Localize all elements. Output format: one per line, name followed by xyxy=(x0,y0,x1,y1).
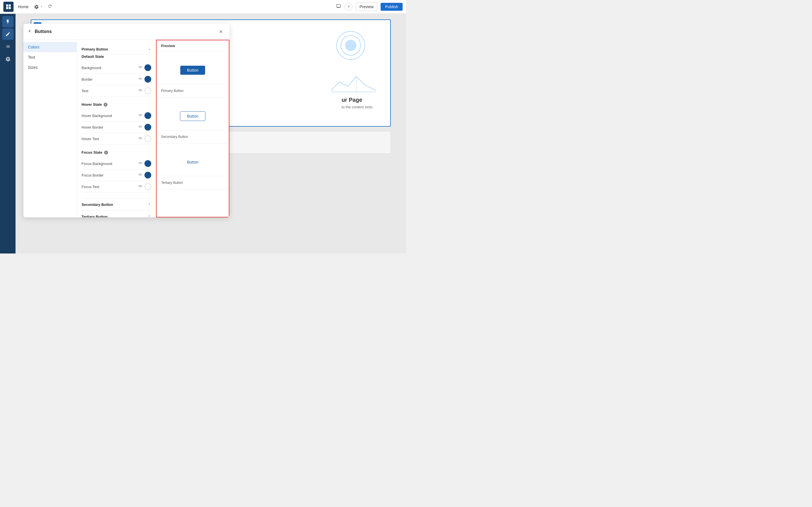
dialog-body: Colors Text Sizes Primary Button xyxy=(23,40,229,217)
nav-item-colors[interactable]: Colors xyxy=(23,42,77,52)
hover-state-section: Hover State i Hover Background xyxy=(82,102,151,145)
hover-info-icon: i xyxy=(104,103,108,107)
preview-secondary-area: Button xyxy=(161,102,224,130)
focus-background-row: Focus Background xyxy=(82,158,151,169)
preview-tertiary-button[interactable]: Button xyxy=(180,158,205,167)
focus-border-label: Focus Border xyxy=(82,173,138,177)
hover-border-label: Hover Border xyxy=(82,125,138,129)
app-logo xyxy=(3,2,13,12)
preview-primary-area: Button xyxy=(161,56,224,84)
svg-rect-2 xyxy=(6,7,8,9)
sidebar-icons xyxy=(0,14,15,253)
page-title: Home xyxy=(18,4,29,9)
dialog-settings: Primary Button Default State Background xyxy=(77,40,156,217)
focus-state-section: Focus State i Focus Background xyxy=(82,150,151,192)
svg-rect-0 xyxy=(6,4,8,7)
focus-border-link-icon[interactable] xyxy=(138,173,142,178)
preview-secondary-section: Button Secondary Button xyxy=(157,98,229,144)
circle-decoration xyxy=(334,29,368,62)
preview-tertiary-area: Button xyxy=(161,148,224,176)
default-state-section: Default State Background Border xyxy=(82,54,151,97)
settings-button[interactable] xyxy=(34,4,43,9)
preview-secondary-label: Secondary Button xyxy=(161,132,224,139)
text-label: Text xyxy=(82,89,138,93)
publish-button[interactable]: Publish xyxy=(381,3,402,11)
preview-primary-button[interactable]: Button xyxy=(180,66,205,75)
preview-secondary-button[interactable]: Button xyxy=(180,111,205,121)
border-link-icon[interactable] xyxy=(138,77,142,82)
chart-decoration xyxy=(331,71,376,93)
sidebar-icon-lightning[interactable] xyxy=(2,16,13,27)
preview-panel: Preview Button Primary Button B xyxy=(156,40,229,217)
focus-info-icon: i xyxy=(104,151,108,155)
focus-text-label: Focus Text xyxy=(82,185,138,189)
secondary-button-accordion[interactable]: Secondary Button xyxy=(82,199,151,211)
border-row: Border xyxy=(82,73,151,85)
primary-button-chevron xyxy=(147,47,151,51)
sidebar-icon-list[interactable] xyxy=(2,41,13,52)
page-heading: ur Page xyxy=(342,97,374,103)
dialog-title: Buttons xyxy=(35,29,217,34)
text-swatch[interactable] xyxy=(145,88,151,94)
hover-background-swatch[interactable] xyxy=(145,112,151,119)
sidebar-icon-gear[interactable] xyxy=(2,53,13,65)
border-swatch[interactable] xyxy=(145,76,151,82)
background-link-icon[interactable] xyxy=(138,65,142,70)
dialog-close-button[interactable] xyxy=(217,27,225,36)
hover-background-row: Hover Background xyxy=(82,110,151,121)
border-label: Border xyxy=(82,77,138,81)
content-area: ur Page to the content slots. Column 1 B… xyxy=(15,14,406,253)
preview-body: Button Primary Button Button Secondary B… xyxy=(157,52,229,189)
focus-text-row: Focus Text xyxy=(82,181,151,192)
dialog-header: Buttons xyxy=(23,24,229,40)
background-swatch[interactable] xyxy=(145,64,151,71)
focus-text-swatch[interactable] xyxy=(145,183,151,190)
dialog-nav: Colors Text Sizes xyxy=(23,40,77,217)
preview-primary-label: Primary Button xyxy=(161,87,224,93)
svg-rect-3 xyxy=(9,7,11,9)
focus-border-swatch[interactable] xyxy=(145,172,151,178)
focus-border-row: Focus Border xyxy=(82,169,151,181)
tertiary-button-label: Tertiary Button xyxy=(82,215,147,218)
focus-text-link-icon[interactable] xyxy=(138,184,142,189)
focus-background-swatch[interactable] xyxy=(145,160,151,167)
hover-border-swatch[interactable] xyxy=(145,124,151,130)
main-layout: ur Page to the content slots. Column 1 B… xyxy=(0,14,406,253)
hover-text-row: Hover Text xyxy=(82,133,151,145)
tertiary-button-chevron-icon xyxy=(147,214,151,217)
hover-background-label: Hover Background xyxy=(82,114,138,118)
hover-text-swatch[interactable] xyxy=(145,135,151,142)
hover-state-title: Hover State i xyxy=(82,102,151,107)
svg-rect-1 xyxy=(9,4,11,7)
page-subtitle: to the content slots. xyxy=(342,105,374,109)
secondary-button-chevron-icon xyxy=(147,202,151,207)
preview-tertiary-label: Tertiary Button xyxy=(161,178,224,185)
canvas-text: ur Page to the content slots. xyxy=(342,97,374,109)
refresh-button[interactable] xyxy=(48,4,52,10)
tertiary-button-accordion[interactable]: Tertiary Button xyxy=(82,211,151,217)
topbar: Home ? Preview Publish xyxy=(0,0,406,14)
primary-button-label: Primary Button xyxy=(82,47,147,51)
svg-point-6 xyxy=(345,40,356,51)
buttons-dialog: Buttons Colors Text Sizes Primary But xyxy=(23,24,229,217)
hover-border-row: Hover Border xyxy=(82,121,151,133)
nav-item-sizes[interactable]: Sizes xyxy=(23,62,77,72)
preview-tertiary-section: Button Tertiary Button xyxy=(157,144,229,189)
sidebar-icon-pencil[interactable] xyxy=(2,29,13,40)
hover-border-link-icon[interactable] xyxy=(138,125,142,130)
help-button[interactable]: ? xyxy=(344,3,353,11)
focus-background-link-icon[interactable] xyxy=(138,161,142,166)
primary-button-accordion[interactable]: Primary Button xyxy=(82,44,151,54)
focus-background-label: Focus Background xyxy=(82,162,138,166)
preview-button[interactable]: Preview xyxy=(356,3,377,11)
dialog-back-button[interactable] xyxy=(28,29,32,34)
focus-state-title: Focus State i xyxy=(82,150,151,155)
secondary-button-label: Secondary Button xyxy=(82,203,147,207)
text-link-icon[interactable] xyxy=(138,88,142,93)
preview-header: Preview xyxy=(157,40,229,52)
nav-item-text[interactable]: Text xyxy=(23,52,77,62)
hover-text-link-icon[interactable] xyxy=(138,136,142,141)
hover-background-link-icon[interactable] xyxy=(138,113,142,118)
hover-text-label: Hover Text xyxy=(82,137,138,141)
background-label: Background xyxy=(82,66,138,70)
